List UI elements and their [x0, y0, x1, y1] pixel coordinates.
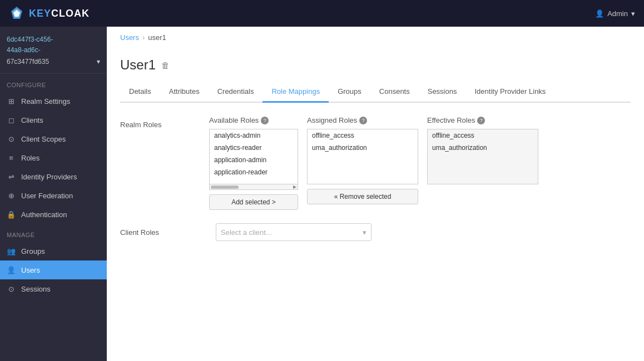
- list-item[interactable]: uma_authorization: [308, 142, 418, 154]
- breadcrumb: Users › user1: [107, 27, 644, 42]
- sidebar-item-label: Groups: [21, 247, 45, 255]
- groups-icon: 👥: [7, 247, 16, 255]
- tab-groups[interactable]: Groups: [329, 82, 370, 103]
- available-roles-label: Available Roles: [209, 116, 259, 124]
- available-roles-help-icon[interactable]: ?: [261, 117, 269, 124]
- page-title: User1: [120, 57, 156, 73]
- sidebar-item-label: Client Scopes: [21, 135, 66, 143]
- h-scrollbar-thumb: [211, 185, 239, 189]
- sidebar-item-users[interactable]: 👤 Users: [0, 260, 107, 279]
- sidebar-item-identity-providers[interactable]: ⇌ Identity Providers: [0, 167, 107, 186]
- sidebar-item-label: User Federation: [21, 192, 73, 200]
- tab-attributes[interactable]: Attributes: [160, 82, 209, 103]
- list-item[interactable]: analytics-admin: [210, 129, 298, 142]
- tab-identity-provider-links[interactable]: Identity Provider Links: [465, 82, 554, 103]
- assigned-roles-help-icon[interactable]: ?: [359, 117, 367, 124]
- users-icon: 👤: [7, 265, 16, 274]
- effective-roles-listbox: offline_access uma_authorization: [427, 129, 538, 184]
- client-select-placeholder: Select a client...: [221, 228, 272, 237]
- realm-roles-label: Realm Roles: [120, 116, 209, 129]
- available-roles-header: Available Roles ?: [209, 116, 298, 124]
- sessions-icon: ⊙: [7, 284, 16, 293]
- delete-icon[interactable]: 🗑: [161, 61, 170, 70]
- top-nav: KEYCLOAK 👤 Admin ▾: [0, 0, 644, 27]
- realm-selector: 6dc447f3-c456- 44a8-ad6c- 67c3477fd635 ▾: [0, 27, 107, 74]
- sidebar-item-label: Clients: [21, 116, 43, 124]
- add-selected-button[interactable]: Add selected >: [209, 194, 298, 210]
- list-item: uma_authorization: [428, 142, 538, 154]
- realm-roles-row: Realm Roles Available Roles ? analytics-…: [120, 116, 631, 210]
- sidebar-item-clients[interactable]: ◻ Clients: [0, 111, 107, 129]
- admin-chevron-icon: ▾: [631, 9, 635, 18]
- tab-credentials[interactable]: Credentials: [209, 82, 263, 103]
- available-roles-listbox-container: analytics-admin analytics-reader applica…: [209, 129, 298, 190]
- sidebar-item-realm-settings[interactable]: ⊞ Realm Settings: [0, 92, 107, 111]
- breadcrumb-separator: ›: [142, 33, 145, 42]
- sidebar-item-client-scopes[interactable]: ⊙ Client Scopes: [0, 129, 107, 148]
- roles-icon: ≡: [7, 153, 16, 162]
- assigned-roles-label: Assigned Roles: [307, 116, 357, 124]
- main-layout: 6dc447f3-c456- 44a8-ad6c- 67c3477fd635 ▾…: [0, 27, 644, 361]
- list-item[interactable]: application-admin: [210, 154, 298, 166]
- tab-details[interactable]: Details: [120, 82, 160, 103]
- roles-section: Realm Roles Available Roles ? analytics-…: [120, 116, 631, 241]
- sidebar-item-user-federation[interactable]: ⊕ User Federation: [0, 186, 107, 205]
- content-inner: User1 🗑 Details Attributes Credentials R…: [107, 48, 644, 254]
- user-federation-icon: ⊕: [7, 191, 16, 200]
- tabs: Details Attributes Credentials Role Mapp…: [120, 82, 631, 103]
- admin-menu[interactable]: 👤 Admin ▾: [595, 9, 635, 18]
- sidebar: 6dc447f3-c456- 44a8-ad6c- 67c3477fd635 ▾…: [0, 27, 107, 361]
- sidebar-item-label: Roles: [21, 154, 39, 162]
- effective-roles-col: Effective Roles ? offline_access uma_aut…: [427, 116, 538, 184]
- list-item[interactable]: application-reader: [210, 166, 298, 178]
- clients-icon: ◻: [7, 116, 16, 124]
- sidebar-item-label: Realm Settings: [21, 97, 70, 106]
- effective-roles-header: Effective Roles ?: [427, 116, 538, 124]
- effective-roles-label: Effective Roles: [427, 116, 475, 124]
- assigned-roles-col: Assigned Roles ? offline_access uma_auth…: [307, 116, 418, 204]
- logo: KEYCLOAK: [9, 6, 90, 21]
- sidebar-item-label: Identity Providers: [21, 173, 77, 181]
- scroll-right-icon: ▶: [293, 184, 296, 189]
- tab-sessions[interactable]: Sessions: [419, 82, 466, 103]
- roles-columns: Available Roles ? analytics-admin analyt…: [209, 116, 538, 210]
- sidebar-item-label: Users: [21, 266, 40, 274]
- authentication-icon: 🔒: [7, 210, 16, 219]
- client-roles-row: Client Roles Select a client... ▾: [120, 223, 631, 241]
- client-scopes-icon: ⊙: [7, 134, 16, 143]
- sidebar-item-groups[interactable]: 👥 Groups: [0, 242, 107, 260]
- main-content: Users › user1 User1 🗑 Details Attributes…: [107, 27, 644, 361]
- h-scrollbar[interactable]: ▶: [209, 184, 298, 190]
- list-item[interactable]: analytics-reader: [210, 142, 298, 154]
- assigned-roles-listbox[interactable]: offline_access uma_authorization: [307, 129, 418, 184]
- client-select-dropdown[interactable]: Select a client... ▾: [216, 223, 371, 241]
- breadcrumb-parent[interactable]: Users: [120, 33, 139, 42]
- available-roles-listbox[interactable]: analytics-admin analytics-reader applica…: [209, 129, 298, 184]
- admin-user-icon: 👤: [595, 9, 604, 18]
- client-select-chevron-icon: ▾: [363, 228, 366, 237]
- effective-roles-help-icon[interactable]: ?: [477, 117, 485, 124]
- realm-settings-icon: ⊞: [7, 97, 16, 106]
- sidebar-item-sessions[interactable]: ⊙ Sessions: [0, 279, 107, 298]
- client-roles-label: Client Roles: [120, 228, 209, 237]
- configure-section-label: Configure: [0, 74, 107, 92]
- realm-chevron-icon: ▾: [97, 58, 100, 66]
- admin-label: Admin: [607, 9, 628, 18]
- list-item: offline_access: [428, 129, 538, 142]
- tab-consents[interactable]: Consents: [370, 82, 419, 103]
- logo-text: KEYCLOAK: [29, 8, 90, 19]
- identity-providers-icon: ⇌: [7, 172, 16, 181]
- sidebar-item-label: Authentication: [21, 210, 67, 219]
- assigned-roles-header: Assigned Roles ?: [307, 116, 418, 124]
- logo-icon: [9, 6, 24, 21]
- sidebar-item-roles[interactable]: ≡ Roles: [0, 148, 107, 167]
- manage-section-label: Manage: [0, 224, 107, 242]
- realm-dropdown[interactable]: 67c3477fd635 ▾: [7, 58, 100, 66]
- remove-selected-button[interactable]: « Remove selected: [307, 189, 418, 204]
- breadcrumb-current: user1: [148, 33, 166, 42]
- tab-role-mappings[interactable]: Role Mappings: [262, 82, 329, 103]
- realm-id-line1: 6dc447f3-c456-: [7, 34, 100, 45]
- sidebar-item-authentication[interactable]: 🔒 Authentication: [0, 205, 107, 224]
- available-roles-col: Available Roles ? analytics-admin analyt…: [209, 116, 298, 210]
- list-item[interactable]: offline_access: [308, 129, 418, 142]
